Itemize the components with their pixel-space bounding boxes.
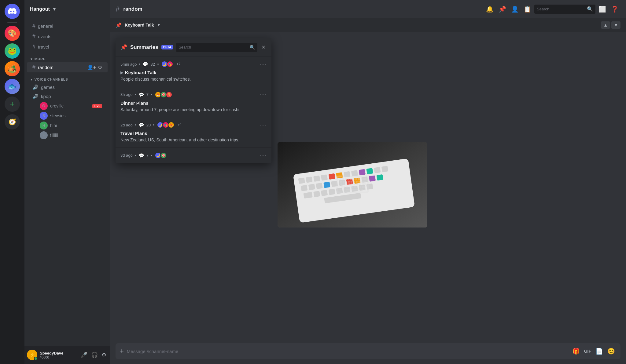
channel-header: # random 🔔 📌 👤 📋 🔍 ⬜ ❓ — [110, 0, 626, 18]
voice-channels-header[interactable]: ▼ VOICE CHANNELS — [24, 73, 110, 82]
timestamp: 3h ago — [120, 92, 133, 97]
svg-rect-7 — [336, 172, 343, 179]
user-settings-icon[interactable]: ⚙ — [100, 350, 108, 359]
summary-description: Saturday, around 7, people are meeting u… — [120, 107, 267, 113]
voice-channel-games[interactable]: 🔊 games — [27, 83, 108, 92]
messages-area[interactable]: 📌 Summaries BETA 🔍 × 5min ago — [110, 32, 626, 340]
voice-user-oroville[interactable]: O oroville LIVE — [27, 101, 108, 111]
voice-user-fiiiiiii[interactable]: F fiiiiiii — [27, 130, 108, 140]
timestamp: 5min ago — [120, 62, 137, 67]
server-icon-2[interactable]: 🐸 — [5, 43, 20, 59]
svg-rect-8 — [344, 171, 350, 178]
svg-rect-3 — [306, 177, 312, 183]
sticker-icon[interactable]: 📄 — [594, 346, 604, 356]
keyboard-talk-nav: ▲ ▼ — [601, 21, 620, 29]
summaries-icon: 📌 — [120, 44, 127, 51]
summary-avatars: 🦊 🎯 🍕 — [155, 91, 172, 98]
svg-rect-21 — [354, 177, 360, 184]
summary-item-dinner-plans: 3h ago 💬 7 🦊 🎯 🍕 ··· — [116, 87, 271, 118]
settings-icon[interactable]: ⚙ — [98, 64, 102, 70]
more-avatars-label: +7 — [176, 62, 181, 66]
avatar: 🦊 — [168, 122, 175, 128]
speaker-icon: 🔊 — [32, 84, 39, 90]
message-count: 32 — [150, 62, 155, 67]
hash-icon: # — [32, 23, 35, 29]
gift-icon[interactable]: 🎁 — [571, 346, 581, 356]
more-options-button[interactable]: ··· — [260, 122, 267, 128]
channel-item-travel[interactable]: # travel — [27, 42, 108, 52]
more-options-button[interactable]: ··· — [260, 61, 267, 67]
collapse-arrow-icon: ▼ — [30, 78, 33, 81]
user-footer-actions: 🎤 🎧 ⚙ — [79, 350, 108, 359]
attach-button[interactable]: + — [120, 347, 124, 355]
message-input-area: + 🎁 GIF 📄 😊 — [110, 340, 626, 364]
add-member-icon[interactable]: 👤+ — [87, 64, 96, 70]
voice-user-stevsies[interactable]: S stevsies — [27, 111, 108, 121]
summary-title: Travel Plans — [120, 131, 267, 136]
svg-rect-33 — [366, 184, 373, 190]
channel-item-general[interactable]: # general — [27, 21, 108, 31]
gif-icon[interactable]: GIF — [583, 348, 592, 354]
avatar: S — [40, 112, 48, 120]
chevron-down-icon: ▼ — [52, 7, 57, 12]
channel-hash-icon: # — [116, 5, 120, 13]
microphone-icon[interactable]: 🎤 — [79, 350, 89, 359]
keyboard-talk-label[interactable]: Keyboard Talk — [125, 23, 154, 27]
search-input[interactable] — [537, 7, 585, 11]
expand-icon[interactable]: ▶ — [120, 71, 123, 75]
server-icon-3[interactable]: 🏕️ — [5, 61, 20, 76]
add-server-button[interactable]: + — [5, 96, 20, 112]
summaries-close-button[interactable]: × — [260, 42, 267, 52]
header-search[interactable]: 🔍 — [534, 5, 595, 14]
summary-meta: 2d ago 💬 20 🌙 🎭 🦊 +1 ··· — [120, 122, 267, 128]
speaker-icon: 🔊 — [32, 93, 39, 99]
server-icon-4[interactable]: 🐟 — [5, 79, 20, 94]
inbox-threads-icon[interactable]: ⬜ — [597, 4, 608, 15]
members-list-icon[interactable]: 👤 — [509, 4, 521, 15]
channel-item-random[interactable]: # random 👤+ ⚙ — [27, 62, 108, 72]
dot-separator — [135, 155, 136, 156]
svg-rect-19 — [339, 180, 345, 186]
svg-rect-9 — [351, 170, 358, 177]
beta-badge: BETA — [161, 45, 173, 49]
discover-button[interactable]: 🧭 — [5, 114, 20, 129]
svg-rect-26 — [313, 191, 320, 197]
dot-separator — [135, 94, 136, 95]
more-options-button[interactable]: ··· — [260, 152, 267, 158]
live-badge: LIVE — [92, 104, 102, 108]
avatar: H — [40, 122, 48, 129]
svg-rect-30 — [344, 187, 350, 193]
notification-bell-icon[interactable]: 🔔 — [484, 4, 495, 15]
svg-rect-12 — [374, 167, 381, 173]
avatar: ⚡ — [27, 350, 37, 360]
svg-rect-32 — [359, 184, 366, 191]
keyboard-image — [278, 142, 427, 228]
server-name: Hangout ▼ — [30, 6, 57, 12]
voice-user-hihi[interactable]: H hihi — [27, 121, 108, 130]
summary-item-keyboard-talk: 5min ago 💬 32 🌙 🎭 +7 ··· — [116, 56, 271, 87]
summaries-search-input[interactable] — [179, 45, 248, 49]
message-count: 7 — [146, 92, 149, 97]
server-header[interactable]: Hangout ▼ — [24, 0, 110, 18]
svg-rect-13 — [381, 166, 388, 172]
nav-down-button[interactable]: ▼ — [611, 21, 620, 29]
nav-up-button[interactable]: ▲ — [601, 21, 610, 29]
help-icon[interactable]: ❓ — [609, 4, 620, 15]
server-icon-1[interactable]: 🎨 — [5, 26, 20, 41]
voice-channel-kpop[interactable]: 🔊 kpop — [27, 92, 108, 101]
hash-icon: # — [32, 64, 35, 71]
summary-meta: 3h ago 💬 7 🦊 🎯 🍕 ··· — [120, 91, 267, 98]
more-section-header[interactable]: ▼ MORE — [24, 52, 110, 62]
inbox-icon[interactable]: 📋 — [522, 4, 533, 15]
channel-list: # general # events # travel ▼ MORE # ran… — [24, 18, 110, 346]
discord-home-button[interactable] — [5, 4, 20, 19]
message-input[interactable] — [127, 349, 568, 354]
headphone-icon[interactable]: 🎧 — [90, 350, 99, 359]
pin-icon[interactable]: 📌 — [497, 4, 508, 15]
emoji-icon[interactable]: 😊 — [606, 346, 616, 356]
main-content: # random 🔔 📌 👤 📋 🔍 ⬜ ❓ 📌 Keyboard Talk ▼… — [110, 0, 626, 364]
summaries-search[interactable]: 🔍 — [176, 43, 257, 52]
more-options-button[interactable]: ··· — [260, 91, 267, 98]
summary-avatars: 🌙 🎭 — [161, 61, 173, 67]
channel-item-events[interactable]: # events — [27, 31, 108, 42]
